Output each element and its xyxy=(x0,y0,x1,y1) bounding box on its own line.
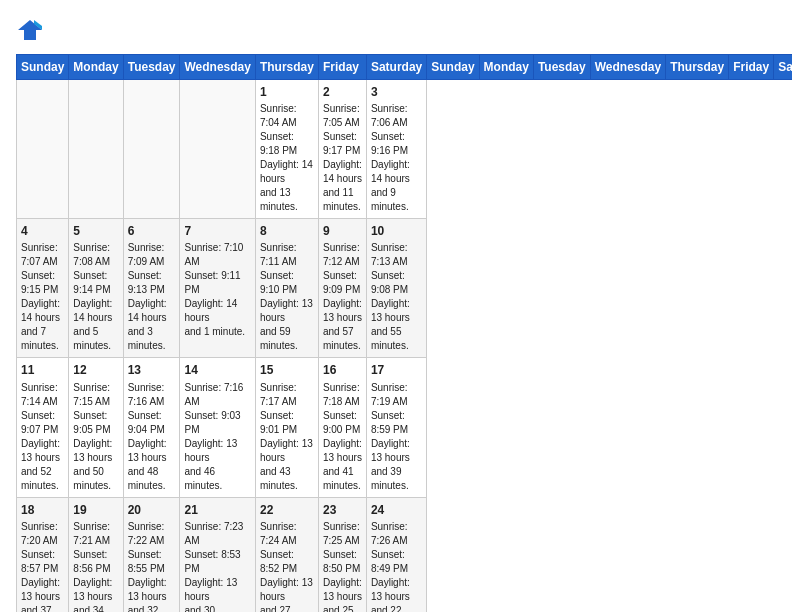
calendar-cell xyxy=(17,80,69,219)
cell-line: and 11 minutes. xyxy=(323,187,361,212)
cell-line: Sunset: 9:16 PM xyxy=(371,131,408,156)
cell-info: Sunrise: 7:08 AMSunset: 9:14 PMDaylight:… xyxy=(73,241,118,353)
cell-info: Sunrise: 7:05 AMSunset: 9:17 PMDaylight:… xyxy=(323,102,362,214)
cell-line: Sunset: 8:52 PM xyxy=(260,549,297,574)
calendar-cell: 8Sunrise: 7:11 AMSunset: 9:10 PMDaylight… xyxy=(255,219,318,358)
calendar-cell: 2Sunrise: 7:05 AMSunset: 9:17 PMDaylight… xyxy=(318,80,366,219)
cell-line: and 34 minutes. xyxy=(73,605,111,612)
day-number: 19 xyxy=(73,502,118,518)
cell-info: Sunrise: 7:09 AMSunset: 9:13 PMDaylight:… xyxy=(128,241,176,353)
cell-line: Sunrise: 7:12 AM xyxy=(323,242,360,267)
day-number: 23 xyxy=(323,502,362,518)
cell-line: Sunset: 9:10 PM xyxy=(260,270,297,295)
calendar-week-row: 11Sunrise: 7:14 AMSunset: 9:07 PMDayligh… xyxy=(17,358,793,497)
cell-info: Sunrise: 7:14 AMSunset: 9:07 PMDaylight:… xyxy=(21,381,64,493)
cell-line: Sunset: 8:50 PM xyxy=(323,549,360,574)
calendar-cell: 12Sunrise: 7:15 AMSunset: 9:05 PMDayligh… xyxy=(69,358,123,497)
cell-info: Sunrise: 7:25 AMSunset: 8:50 PMDaylight:… xyxy=(323,520,362,612)
cell-line: Sunrise: 7:11 AM xyxy=(260,242,297,267)
cell-line: Sunrise: 7:16 AM xyxy=(128,382,165,407)
cell-line: and 55 minutes. xyxy=(371,326,409,351)
cell-info: Sunrise: 7:13 AMSunset: 9:08 PMDaylight:… xyxy=(371,241,422,353)
calendar-week-row: 1Sunrise: 7:04 AMSunset: 9:18 PMDaylight… xyxy=(17,80,793,219)
cell-line: and 13 minutes. xyxy=(260,187,298,212)
cell-line: Sunrise: 7:14 AM xyxy=(21,382,58,407)
cell-info: Sunrise: 7:26 AMSunset: 8:49 PMDaylight:… xyxy=(371,520,422,612)
col-header-thursday: Thursday xyxy=(255,55,318,80)
cell-line: Sunrise: 7:08 AM xyxy=(73,242,110,267)
col-header-friday: Friday xyxy=(318,55,366,80)
day-number: 15 xyxy=(260,362,314,378)
cell-line: Sunrise: 7:05 AM xyxy=(323,103,360,128)
cell-line: and 27 minutes. xyxy=(260,605,298,612)
day-number: 21 xyxy=(184,502,250,518)
cell-line: Sunrise: 7:07 AM xyxy=(21,242,58,267)
col-header-friday: Friday xyxy=(729,55,774,80)
calendar-cell: 21Sunrise: 7:23 AMSunset: 8:53 PMDayligh… xyxy=(180,497,255,612)
cell-line: and 32 minutes. xyxy=(128,605,166,612)
day-number: 1 xyxy=(260,84,314,100)
calendar-cell: 19Sunrise: 7:21 AMSunset: 8:56 PMDayligh… xyxy=(69,497,123,612)
cell-line: Sunset: 8:56 PM xyxy=(73,549,110,574)
calendar-cell: 4Sunrise: 7:07 AMSunset: 9:15 PMDaylight… xyxy=(17,219,69,358)
day-number: 17 xyxy=(371,362,422,378)
calendar-cell: 16Sunrise: 7:18 AMSunset: 9:00 PMDayligh… xyxy=(318,358,366,497)
cell-line: Sunrise: 7:09 AM xyxy=(128,242,165,267)
cell-line: Sunset: 9:13 PM xyxy=(128,270,165,295)
logo-icon xyxy=(16,16,44,44)
cell-line: and 59 minutes. xyxy=(260,326,298,351)
day-number: 20 xyxy=(128,502,176,518)
calendar-cell: 3Sunrise: 7:06 AMSunset: 9:16 PMDaylight… xyxy=(366,80,426,219)
cell-line: Daylight: 13 hours xyxy=(371,298,410,323)
cell-line: Sunset: 9:01 PM xyxy=(260,410,297,435)
day-number: 9 xyxy=(323,223,362,239)
calendar-cell: 6Sunrise: 7:09 AMSunset: 9:13 PMDaylight… xyxy=(123,219,180,358)
cell-info: Sunrise: 7:04 AMSunset: 9:18 PMDaylight:… xyxy=(260,102,314,214)
col-header-monday: Monday xyxy=(479,55,533,80)
cell-info: Sunrise: 7:18 AMSunset: 9:00 PMDaylight:… xyxy=(323,381,362,493)
calendar-week-row: 18Sunrise: 7:20 AMSunset: 8:57 PMDayligh… xyxy=(17,497,793,612)
cell-line: Daylight: 14 hours xyxy=(184,298,237,323)
cell-line: Sunset: 9:07 PM xyxy=(21,410,58,435)
day-number: 12 xyxy=(73,362,118,378)
cell-line: Daylight: 13 hours xyxy=(260,438,313,463)
cell-line: Sunrise: 7:18 AM xyxy=(323,382,360,407)
cell-line: Daylight: 13 hours xyxy=(21,438,60,463)
day-number: 2 xyxy=(323,84,362,100)
cell-line: Sunset: 8:53 PM xyxy=(184,549,240,574)
cell-info: Sunrise: 7:20 AMSunset: 8:57 PMDaylight:… xyxy=(21,520,64,612)
cell-line: Sunrise: 7:13 AM xyxy=(371,242,408,267)
cell-line: Sunset: 8:57 PM xyxy=(21,549,58,574)
day-number: 14 xyxy=(184,362,250,378)
day-number: 4 xyxy=(21,223,64,239)
cell-line: and 52 minutes. xyxy=(21,466,59,491)
cell-info: Sunrise: 7:21 AMSunset: 8:56 PMDaylight:… xyxy=(73,520,118,612)
cell-info: Sunrise: 7:10 AMSunset: 9:11 PMDaylight:… xyxy=(184,241,250,339)
cell-line: Daylight: 14 hours xyxy=(323,159,362,184)
calendar-cell: 18Sunrise: 7:20 AMSunset: 8:57 PMDayligh… xyxy=(17,497,69,612)
day-number: 22 xyxy=(260,502,314,518)
cell-line: Daylight: 13 hours xyxy=(128,577,167,602)
col-header-thursday: Thursday xyxy=(666,55,729,80)
cell-line: Sunset: 8:59 PM xyxy=(371,410,408,435)
cell-info: Sunrise: 7:06 AMSunset: 9:16 PMDaylight:… xyxy=(371,102,422,214)
cell-line: and 43 minutes. xyxy=(260,466,298,491)
cell-line: and 3 minutes. xyxy=(128,326,166,351)
cell-line: Sunrise: 7:15 AM xyxy=(73,382,110,407)
cell-info: Sunrise: 7:07 AMSunset: 9:15 PMDaylight:… xyxy=(21,241,64,353)
cell-line: and 39 minutes. xyxy=(371,466,409,491)
cell-line: Daylight: 14 hours xyxy=(371,159,410,184)
cell-line: Daylight: 13 hours xyxy=(128,438,167,463)
calendar-cell: 17Sunrise: 7:19 AMSunset: 8:59 PMDayligh… xyxy=(366,358,426,497)
calendar-cell: 14Sunrise: 7:16 AMSunset: 9:03 PMDayligh… xyxy=(180,358,255,497)
day-number: 10 xyxy=(371,223,422,239)
day-number: 11 xyxy=(21,362,64,378)
cell-line: Sunset: 9:03 PM xyxy=(184,410,240,435)
calendar-cell: 5Sunrise: 7:08 AMSunset: 9:14 PMDaylight… xyxy=(69,219,123,358)
cell-line: Sunrise: 7:04 AM xyxy=(260,103,297,128)
day-number: 3 xyxy=(371,84,422,100)
cell-line: and 57 minutes. xyxy=(323,326,361,351)
col-header-tuesday: Tuesday xyxy=(533,55,590,80)
cell-line: and 48 minutes. xyxy=(128,466,166,491)
calendar-cell: 23Sunrise: 7:25 AMSunset: 8:50 PMDayligh… xyxy=(318,497,366,612)
